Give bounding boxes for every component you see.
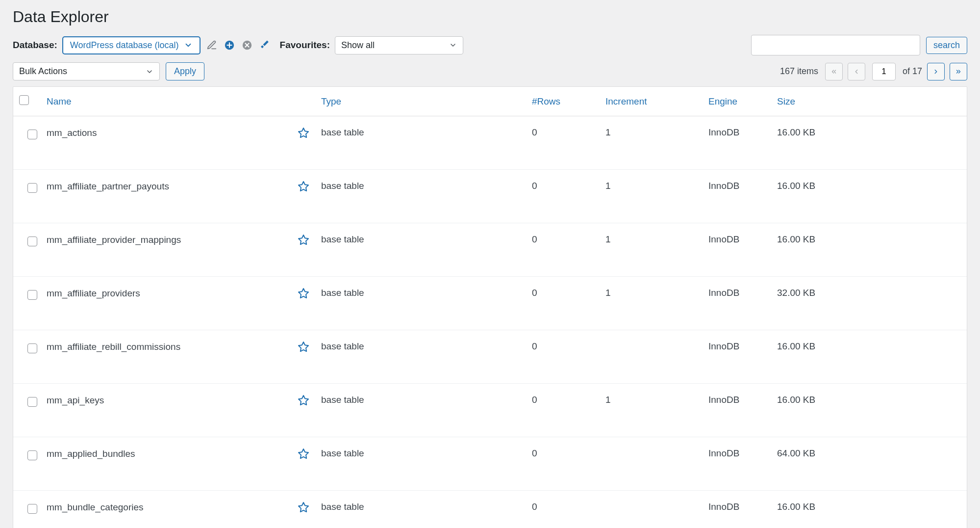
table-row: mm_applied_bundlesbase table0InnoDB64.00… bbox=[13, 437, 967, 491]
row-checkbox[interactable] bbox=[27, 290, 37, 300]
favourites-select[interactable]: Show all bbox=[335, 36, 463, 54]
row-increment: 1 bbox=[605, 395, 708, 405]
tables-list: Name Type #Rows Increment Engine Size mm… bbox=[13, 86, 967, 528]
table-header: Name Type #Rows Increment Engine Size bbox=[13, 87, 967, 116]
row-type: base table bbox=[321, 181, 532, 191]
row-increment: 1 bbox=[605, 288, 708, 298]
row-rows: 0 bbox=[532, 448, 605, 459]
page-total: of 17 bbox=[903, 66, 922, 77]
row-type: base table bbox=[321, 288, 532, 298]
svg-marker-4 bbox=[299, 235, 308, 244]
star-icon[interactable] bbox=[298, 234, 309, 246]
row-type: base table bbox=[321, 341, 532, 352]
col-type[interactable]: Type bbox=[321, 96, 532, 107]
row-name[interactable]: mm_api_keys bbox=[47, 395, 104, 406]
row-size: 16.00 KB bbox=[777, 341, 963, 352]
col-increment[interactable]: Increment bbox=[605, 96, 708, 107]
col-size[interactable]: Size bbox=[777, 96, 963, 107]
svg-marker-3 bbox=[299, 182, 308, 191]
chevron-down-icon bbox=[184, 41, 193, 50]
prev-page-button[interactable] bbox=[848, 63, 865, 80]
col-name[interactable]: Name bbox=[47, 96, 321, 107]
row-engine: InnoDB bbox=[708, 341, 777, 352]
row-checkbox[interactable] bbox=[27, 343, 37, 353]
row-type: base table bbox=[321, 502, 532, 512]
col-engine[interactable]: Engine bbox=[708, 96, 777, 107]
star-icon[interactable] bbox=[298, 341, 309, 353]
row-name[interactable]: mm_applied_bundles bbox=[47, 449, 135, 459]
next-page-button[interactable] bbox=[927, 63, 945, 80]
row-name[interactable]: mm_affiliate_provider_mappings bbox=[47, 235, 181, 245]
row-increment: 1 bbox=[605, 127, 708, 138]
col-rows[interactable]: #Rows bbox=[532, 96, 605, 107]
row-checkbox[interactable] bbox=[27, 130, 37, 139]
row-checkbox[interactable] bbox=[27, 504, 37, 514]
x-circle-icon[interactable] bbox=[241, 39, 253, 52]
table-row: mm_affiliate_providersbase table01InnoDB… bbox=[13, 277, 967, 330]
row-type: base table bbox=[321, 395, 532, 405]
row-checkbox[interactable] bbox=[27, 450, 37, 460]
pencil-icon[interactable] bbox=[205, 39, 218, 52]
row-type: base table bbox=[321, 448, 532, 459]
star-icon[interactable] bbox=[298, 181, 309, 192]
database-label: Database: bbox=[13, 40, 57, 51]
actions-row: Bulk Actions Apply 167 items of 17 bbox=[13, 62, 967, 80]
row-size: 16.00 KB bbox=[777, 127, 963, 138]
plus-circle-icon[interactable] bbox=[223, 39, 236, 52]
row-engine: InnoDB bbox=[708, 181, 777, 191]
first-page-button[interactable] bbox=[825, 63, 843, 80]
row-size: 32.00 KB bbox=[777, 288, 963, 298]
row-size: 16.00 KB bbox=[777, 502, 963, 512]
favourites-label: Favourites: bbox=[280, 40, 330, 51]
row-increment: 1 bbox=[605, 234, 708, 245]
pagination: 167 items of 17 bbox=[780, 63, 967, 80]
bulk-actions-label: Bulk Actions bbox=[19, 66, 67, 77]
row-checkbox[interactable] bbox=[27, 397, 37, 407]
row-size: 64.00 KB bbox=[777, 448, 963, 459]
row-name[interactable]: mm_affiliate_partner_payouts bbox=[47, 181, 169, 192]
svg-marker-9 bbox=[299, 502, 308, 512]
database-selected-value: WordPress database (local) bbox=[70, 40, 179, 51]
bulk-actions-select[interactable]: Bulk Actions bbox=[13, 62, 160, 80]
apply-button[interactable]: Apply bbox=[166, 62, 204, 80]
row-name[interactable]: mm_affiliate_rebill_commissions bbox=[47, 342, 180, 352]
row-rows: 0 bbox=[532, 234, 605, 245]
star-icon[interactable] bbox=[298, 127, 309, 139]
table-row: mm_api_keysbase table01InnoDB16.00 KB bbox=[13, 384, 967, 437]
row-engine: InnoDB bbox=[708, 502, 777, 512]
row-engine: InnoDB bbox=[708, 127, 777, 138]
star-icon[interactable] bbox=[298, 395, 309, 406]
row-checkbox[interactable] bbox=[27, 183, 37, 193]
svg-marker-7 bbox=[299, 396, 308, 405]
row-name[interactable]: mm_affiliate_providers bbox=[47, 288, 140, 299]
row-name[interactable]: mm_bundle_categories bbox=[47, 502, 144, 513]
database-select[interactable]: WordPress database (local) bbox=[62, 36, 201, 54]
row-rows: 0 bbox=[532, 181, 605, 191]
row-size: 16.00 KB bbox=[777, 181, 963, 191]
table-row: mm_actionsbase table01InnoDB16.00 KB bbox=[13, 116, 967, 170]
row-engine: InnoDB bbox=[708, 395, 777, 405]
search-input[interactable] bbox=[751, 35, 920, 55]
favourites-selected-value: Show all bbox=[341, 40, 375, 51]
row-type: base table bbox=[321, 234, 532, 245]
table-row: mm_affiliate_provider_mappingsbase table… bbox=[13, 223, 967, 277]
row-type: base table bbox=[321, 127, 532, 138]
page-input[interactable] bbox=[872, 63, 896, 80]
row-name[interactable]: mm_actions bbox=[47, 128, 97, 138]
svg-marker-6 bbox=[299, 342, 308, 351]
star-icon[interactable] bbox=[298, 288, 309, 299]
table-row: mm_bundle_categoriesbase table0InnoDB16.… bbox=[13, 491, 967, 528]
row-checkbox[interactable] bbox=[27, 237, 37, 246]
row-rows: 0 bbox=[532, 341, 605, 352]
star-icon[interactable] bbox=[298, 502, 309, 513]
star-icon[interactable] bbox=[298, 448, 309, 460]
row-increment: 1 bbox=[605, 181, 708, 191]
select-all-checkbox[interactable] bbox=[19, 95, 29, 105]
last-page-button[interactable] bbox=[950, 63, 967, 80]
brush-icon[interactable] bbox=[258, 39, 271, 52]
search-button[interactable]: search bbox=[926, 37, 967, 54]
row-size: 16.00 KB bbox=[777, 395, 963, 405]
chevron-down-icon bbox=[146, 68, 153, 76]
svg-marker-5 bbox=[299, 289, 308, 298]
items-count: 167 items bbox=[780, 66, 818, 77]
